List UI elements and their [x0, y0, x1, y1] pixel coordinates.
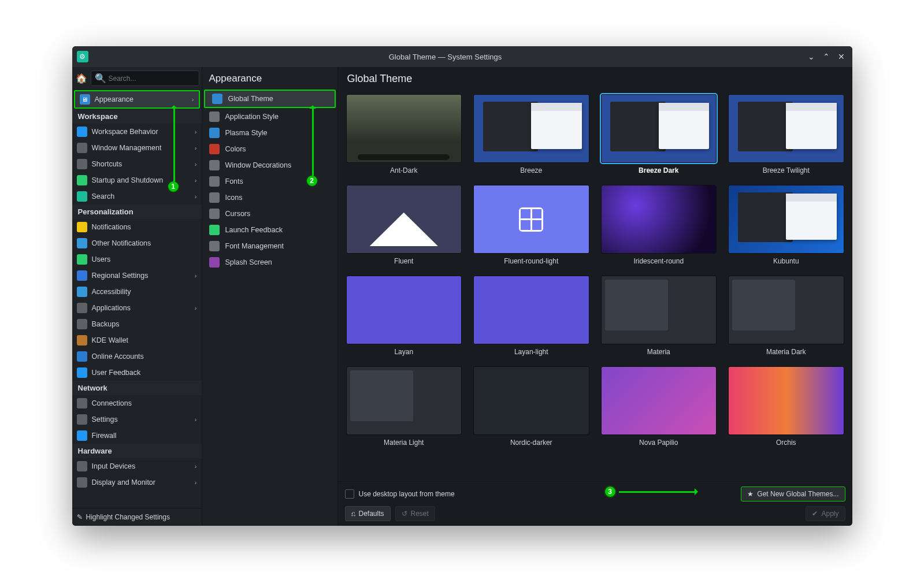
sub-item[interactable]: Window Decorations [202, 157, 337, 173]
sidebar-item-label: Notifications [92, 223, 131, 231]
sidebar-item[interactable]: Applications› [72, 300, 202, 316]
search-icon: 🔍 [95, 73, 106, 84]
sidebar-item[interactable]: Accessibility [72, 284, 202, 300]
sidebar-item[interactable]: Search› [72, 188, 202, 205]
close-button[interactable]: ✕ [835, 50, 848, 63]
sub-item-icon [209, 257, 220, 268]
theme-card[interactable]: Breeze Twilight [728, 94, 844, 174]
undo-icon: ↺ [402, 510, 407, 518]
theme-card[interactable]: Materia Light [346, 366, 462, 447]
sidebar-item[interactable]: KDE Wallet [72, 332, 202, 348]
theme-thumbnail [346, 185, 462, 254]
sub-item[interactable]: Icons [202, 190, 337, 206]
sub-item[interactable]: Launch Feedback [202, 222, 337, 238]
sidebar-item-icon [77, 191, 87, 202]
sub-item[interactable]: Font Management [202, 238, 337, 254]
sidebar-item-label: User Feedback [92, 369, 141, 377]
chevron-right-icon: › [195, 304, 197, 311]
sub-item-label: Icons [225, 194, 243, 202]
theme-thumbnail [601, 185, 717, 254]
window-title: Global Theme — System Settings [88, 53, 803, 61]
sidebar-item[interactable]: Shortcuts› [72, 156, 202, 172]
sidebar-item-label: Other Notifications [92, 239, 151, 247]
sidebar-item[interactable]: Regional Settings› [72, 268, 202, 284]
sidebar-item-label: Input Devices [92, 462, 136, 470]
theme-thumbnail [346, 276, 462, 344]
minimize-button[interactable]: ⌄ [805, 50, 818, 63]
sub-item-icon [209, 128, 220, 138]
apply-button[interactable]: ✔ Apply [806, 506, 845, 521]
sub-item[interactable]: Cursors [202, 206, 337, 222]
sidebar-item[interactable]: Window Management› [72, 140, 202, 156]
theme-card[interactable]: Nova Papilio [601, 366, 717, 447]
sidebar-item[interactable]: Input Devices› [72, 458, 202, 474]
get-new-themes-button[interactable]: ★ Get New Global Themes... [741, 486, 845, 502]
search-field[interactable]: 🔍 [91, 70, 199, 86]
theme-card[interactable]: Fluent [346, 185, 462, 265]
pencil-icon: ✎ [77, 513, 83, 521]
reset-label: Reset [411, 510, 429, 518]
sub-item-label: Font Management [225, 242, 284, 250]
sidebar-item-appearance[interactable]: 🖥 Appearance › [74, 90, 200, 109]
app-icon: ⚙ [77, 51, 88, 62]
theme-card[interactable]: Layan [346, 276, 462, 356]
theme-card[interactable]: Layan-light [473, 276, 589, 356]
theme-card[interactable]: Breeze [473, 94, 589, 174]
appearance-icon: 🖥 [80, 94, 90, 105]
theme-card[interactable]: Breeze Dark [601, 94, 717, 174]
sidebar-item[interactable]: Settings› [72, 411, 202, 428]
sidebar-item-label: Workspace Behavior [92, 128, 158, 136]
sub-item[interactable]: Application Style [202, 109, 337, 125]
desktop-layout-label: Use desktop layout from theme [359, 490, 455, 498]
theme-thumbnail [601, 94, 717, 163]
sidebar-item[interactable]: Notifications [72, 219, 202, 235]
sub-item-icon [209, 209, 220, 219]
sidebar-item[interactable]: Backups [72, 316, 202, 332]
theme-card[interactable]: Iridescent-round [601, 185, 717, 265]
sidebar-item-label: Search [92, 192, 115, 200]
sidebar-item-label: Online Accounts [92, 352, 144, 361]
theme-card[interactable]: Ant-Dark [346, 94, 462, 174]
theme-label: Iridescent-round [633, 257, 684, 265]
sub-item[interactable]: Colors [202, 141, 337, 157]
theme-card[interactable]: Fluent-round-light [473, 185, 589, 265]
theme-card[interactable]: Materia [601, 276, 717, 356]
sidebar-item[interactable]: Users [72, 251, 202, 268]
sidebar-category: Personalization [72, 205, 202, 219]
sidebar-item[interactable]: Firewall [72, 428, 202, 444]
apply-label: Apply [821, 510, 838, 518]
sidebar-item[interactable]: Other Notifications [72, 235, 202, 251]
chevron-right-icon: › [195, 463, 197, 470]
maximize-button[interactable]: ⌃ [820, 50, 833, 63]
sidebar-item[interactable]: Connections [72, 395, 202, 411]
sidebar-item[interactable]: Online Accounts [72, 348, 202, 365]
sub-item[interactable]: Splash Screen [202, 254, 337, 270]
sidebar-item[interactable]: Startup and Shutdown› [72, 172, 202, 188]
theme-card[interactable]: Materia Dark [728, 276, 844, 356]
sidebar-item-icon [77, 461, 87, 471]
sub-item[interactable]: Plasma Style [202, 125, 337, 141]
theme-card[interactable]: Orchis [728, 366, 844, 447]
sub-item-label: Launch Feedback [225, 226, 283, 234]
main-title: Global Theme [338, 67, 852, 88]
defaults-button[interactable]: ⎌ Defaults [345, 506, 391, 521]
sidebar-item-label: Regional Settings [92, 272, 149, 280]
search-input[interactable] [109, 75, 195, 83]
desktop-layout-checkbox[interactable] [345, 489, 354, 499]
home-button[interactable]: 🏠 [76, 71, 87, 86]
theme-card[interactable]: Kubuntu [728, 185, 844, 265]
sub-item-label: Plasma Style [225, 129, 268, 137]
sidebar-item[interactable]: User Feedback [72, 365, 202, 381]
sidebar-item-icon [77, 398, 87, 408]
sidebar-item-icon [77, 159, 87, 169]
theme-card[interactable]: Nordic-darker [473, 366, 589, 447]
highlight-changed-button[interactable]: ✎ Highlight Changed Settings [72, 508, 202, 526]
sidebar-item[interactable]: Workspace Behavior› [72, 124, 202, 140]
sidebar-item-icon [77, 143, 87, 153]
reset-button[interactable]: ↺ Reset [395, 506, 435, 521]
theme-label: Nordic-darker [510, 439, 552, 447]
sub-item-label: Colors [225, 145, 246, 153]
sidebar-item[interactable]: Display and Monitor› [72, 474, 202, 491]
sidebar-item-icon [77, 287, 87, 297]
theme-label: Materia Light [384, 439, 424, 447]
